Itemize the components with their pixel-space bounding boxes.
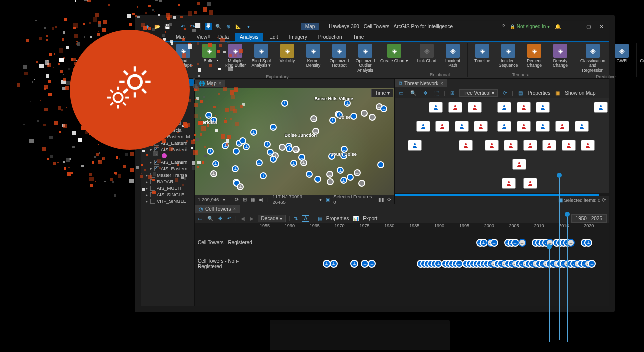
link-chart-node[interactable]: [448, 102, 462, 113]
incident-path-tool[interactable]: ◈Incident Path: [440, 43, 466, 72]
map-pin[interactable]: ⊥: [380, 106, 388, 112]
step-back-icon[interactable]: ◀: [240, 216, 246, 222]
map-pin[interactable]: ⊥: [210, 170, 218, 178]
toc-item[interactable]: AIS_Eastern: [141, 159, 194, 166]
ribbon-tab-edit[interactable]: Edit: [264, 33, 283, 42]
map-pin[interactable]: ⊥: [350, 113, 358, 120]
snapping-icon[interactable]: ⊞: [243, 197, 247, 202]
map-pin[interactable]: ⊥: [233, 148, 240, 155]
timeline-properties-button[interactable]: Properties: [326, 216, 350, 222]
link-chart-node[interactable]: [498, 102, 512, 113]
map-pin[interactable]: ⊥: [300, 160, 308, 166]
link-chart-node[interactable]: [429, 102, 443, 113]
kernel-density-tool[interactable]: ◈Kernel Density: [301, 43, 326, 74]
pan-tool-icon[interactable]: ✥: [218, 216, 224, 222]
link-chart-node[interactable]: [524, 178, 538, 189]
properties-button[interactable]: Properties: [528, 90, 551, 96]
ribbon-tab-view[interactable]: View: [192, 33, 212, 42]
ribbon-tab-time[interactable]: Time: [348, 33, 370, 42]
link-chart-node[interactable]: [517, 121, 531, 132]
timeline-export-button[interactable]: Export: [363, 216, 378, 222]
map-pin[interactable]: ⊥: [270, 124, 277, 131]
grid-icon[interactable]: ▦: [251, 197, 256, 202]
ribbon-tab-production[interactable]: Production: [314, 33, 348, 42]
close-button[interactable]: ✕: [597, 24, 606, 30]
refresh-layout-icon[interactable]: ⟳: [501, 90, 509, 96]
timeline-marker[interactable]: ⊥: [368, 260, 376, 268]
toc-item[interactable]: AIS_MULTI: [141, 185, 194, 192]
step-forward-icon[interactable]: ▶: [249, 216, 255, 222]
toc-item[interactable]: [141, 153, 194, 159]
link-chart-node[interactable]: [468, 102, 482, 113]
link-chart-node[interactable]: [594, 102, 608, 113]
zoom-tool-icon[interactable]: 🔍: [408, 90, 418, 96]
map-pin[interactable]: ⊥: [378, 162, 384, 168]
timeline-marker[interactable]: ⊥: [490, 239, 498, 247]
link-chart-node[interactable]: [416, 121, 430, 132]
link-chart-node[interactable]: [512, 159, 526, 170]
link-chart-canvas[interactable]: [395, 98, 609, 193]
map-pin[interactable]: ⊥: [232, 166, 239, 172]
map-pin[interactable]: ⊥: [306, 171, 313, 178]
link-chart-node[interactable]: [524, 140, 538, 151]
refresh-icon[interactable]: ⟳: [602, 198, 606, 203]
link-chart-node[interactable]: [474, 121, 488, 132]
map-pin[interactable]: ⊥: [264, 141, 271, 148]
create-chart-tool[interactable]: ◈Create Chart ▾: [379, 43, 410, 74]
link-chart-node[interactable]: [504, 140, 518, 151]
map-scale[interactable]: 1:209,946: [198, 197, 219, 202]
pan-tool-icon[interactable]: ✥: [422, 90, 430, 96]
ribbon-tab-data[interactable]: Data: [214, 33, 234, 42]
ribbon-tab-map[interactable]: Map: [171, 33, 190, 42]
notifications-icon[interactable]: 🔔: [555, 24, 561, 30]
link-chart-node[interactable]: [408, 140, 422, 151]
toc-item[interactable]: AIS_Eastern: [141, 166, 194, 172]
link-chart-node[interactable]: [536, 121, 550, 132]
map-canvas[interactable]: Time ▾ ⊥⊥⊥⊥⊥⊥⊥⊥⊥⊥⊥⊥⊥⊥⊥⊥⊥⊥⊥⊥⊥⊥⊥⊥⊥⊥⊥⊥⊥⊥⊥⊥⊥…: [195, 88, 394, 195]
timeline-row-data[interactable]: ⊥⊥⊥⊥⊥⊥⊥⊥⊥⊥⊥⊥⊥⊥⊥⊥⊥⊥⊥⊥⊥⊥⊥⊥⊥⊥⊥⊥⊥⊥⊥⊥⊥⊥⊥⊥⊥⊥⊥⊥…: [260, 254, 609, 274]
link-chart-node[interactable]: [581, 140, 595, 151]
link-chart-node[interactable]: [485, 140, 499, 151]
link-chart-node[interactable]: [502, 178, 516, 189]
timeline-marker[interactable]: ⊥: [518, 239, 526, 247]
signin-status[interactable]: Not signed in ▾: [510, 24, 550, 30]
refresh-icon[interactable]: ⟳: [388, 197, 392, 202]
link-chart-node[interactable]: [556, 121, 570, 132]
map-pin[interactable]: ⊥: [243, 144, 250, 150]
map-pin[interactable]: ⊥: [250, 129, 258, 136]
zoom-tool-icon[interactable]: 🔍: [206, 216, 214, 222]
classification-regression-tool[interactable]: ◈Classification and Regression: [578, 43, 608, 74]
map-pin[interactable]: ⊥: [282, 100, 288, 107]
clear-icon[interactable]: ↶: [226, 216, 232, 222]
toc-item[interactable]: VHF_SINGLE: [141, 198, 194, 204]
cell-towers-timeline-tab[interactable]: ◔ Cell Towers ×: [195, 206, 240, 213]
blind-spot-analysis-tool[interactable]: ◈Blind Spot Analysis ▾: [249, 43, 274, 74]
maximize-button[interactable]: ▢: [584, 24, 593, 30]
close-icon[interactable]: ×: [440, 81, 444, 86]
link-chart-node[interactable]: [459, 140, 473, 151]
filter-icon[interactable]: ⬚: [432, 90, 441, 96]
qat-dropdown-icon[interactable]: ▾: [245, 23, 252, 30]
link-chart-node[interactable]: [542, 140, 556, 151]
map-pin[interactable]: ⊥: [267, 149, 274, 156]
link-chart-node[interactable]: [562, 140, 576, 151]
layout-icon[interactable]: ⊞: [448, 90, 456, 96]
select-tool-icon[interactable]: ▭: [197, 216, 204, 222]
map-pin[interactable]: ⊥: [222, 142, 229, 150]
close-icon[interactable]: ×: [234, 206, 236, 212]
map-pin[interactable]: ⊥: [361, 110, 368, 117]
threat-network-tab[interactable]: ⧉ Threat Network ×: [395, 80, 448, 88]
ribbon-tab-analysis[interactable]: Analysis: [235, 33, 264, 42]
open-icon[interactable]: 📂: [154, 23, 161, 30]
timeline-row-data[interactable]: ⊥⊥⊥⊥⊥⊥⊥⊥⊥⊥⊥⊥⊥⊥⊥⊥⊥⊥⊥⊥: [260, 232, 609, 253]
map-pin[interactable]: ⊥: [326, 171, 334, 178]
collapse-icon[interactable]: ⇅: [293, 216, 299, 222]
map-pin[interactable]: ⊥: [270, 156, 277, 163]
timeline-tool[interactable]: ◈Timeline: [470, 43, 495, 72]
geoprocessing-tool[interactable]: ◈Geoprocessing ▾: [639, 43, 644, 77]
optimized-outlier-tool[interactable]: ◈Optimized Outlier Analysis: [353, 43, 378, 74]
time-scale-dropdown[interactable]: Decade ▾: [258, 215, 286, 222]
undo-icon[interactable]: ↶: [180, 23, 186, 30]
map-pin[interactable]: ⊥: [279, 144, 286, 151]
map-pin[interactable]: ⊥: [314, 176, 322, 183]
